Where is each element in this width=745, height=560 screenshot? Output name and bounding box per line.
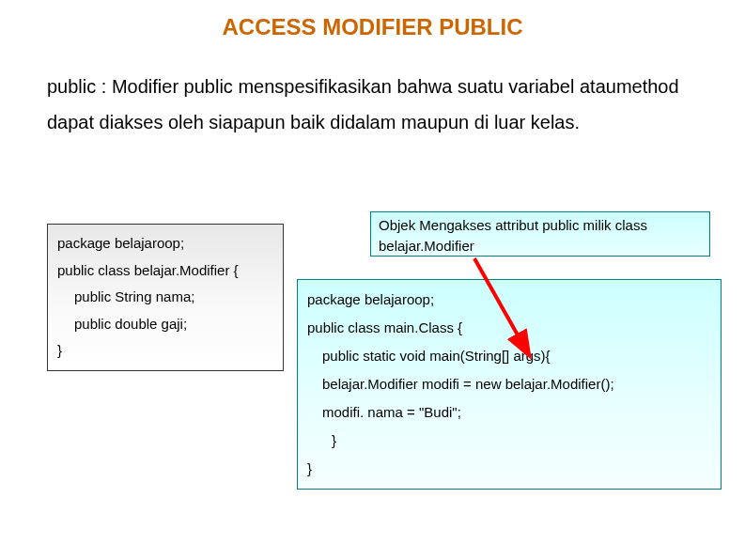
code-line: belajar.Modifier modifi = new belajar.Mo… <box>322 370 711 398</box>
code-line: public static void main(String[] args){ <box>322 342 711 370</box>
code-box-left: package belajaroop; public class belajar… <box>47 224 284 371</box>
code-line: public double gaji; <box>74 311 273 338</box>
code-line: package belajaroop; <box>57 230 273 257</box>
code-line: } <box>307 455 711 483</box>
page-title: ACCESS MODIFIER PUBLIC <box>0 0 745 50</box>
code-line: public class main.Class { <box>307 314 711 342</box>
description-text: public : Modifier public menspesifikasik… <box>0 50 745 140</box>
code-line: } <box>332 427 711 455</box>
code-line: modifi. nama = "Budi"; <box>322 398 711 427</box>
callout-box: Objek Mengakses attribut public milik cl… <box>370 211 710 257</box>
code-line: public class belajar.Modifier { <box>57 257 273 285</box>
code-line: public String nama; <box>74 284 273 311</box>
code-line: } <box>57 337 273 365</box>
code-line: package belajaroop; <box>307 286 711 314</box>
code-box-right: package belajaroop; public class main.Cl… <box>297 279 722 490</box>
